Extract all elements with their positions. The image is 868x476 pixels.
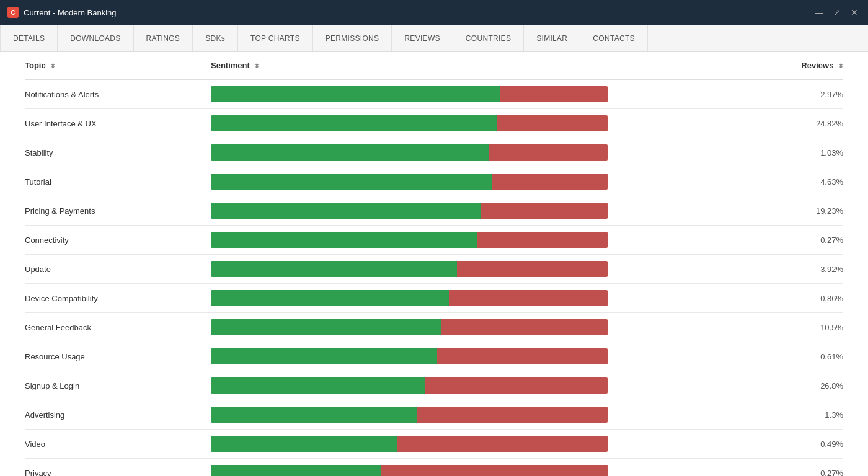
sentiment-cell [211, 459, 794, 477]
nav-item-reviews[interactable]: REVIEWS [392, 25, 453, 51]
topic-cell: User Interface & UX [25, 109, 211, 138]
close-button[interactable]: ✕ [848, 6, 861, 19]
table-row: Device Compatibility0.86% [25, 284, 843, 313]
nav-item-sdks[interactable]: SDKs [193, 25, 238, 51]
topic-sort-icon[interactable]: ⬍ [50, 63, 55, 69]
reviews-cell: 0.27% [794, 459, 843, 477]
negative-bar [417, 407, 608, 423]
sentiment-sort-icon[interactable]: ⬍ [254, 63, 259, 69]
col-header-topic[interactable]: Topic ⬍ [25, 52, 211, 79]
positive-bar [211, 232, 477, 248]
positive-bar [211, 436, 397, 452]
sentiment-cell [211, 313, 794, 342]
reviews-cell: 19.23% [794, 196, 843, 226]
positive-bar [211, 261, 457, 277]
col-header-reviews[interactable]: Reviews ⬍ [794, 52, 843, 79]
topic-cell: Tutorial [25, 167, 211, 196]
reviews-cell: 0.27% [794, 226, 843, 255]
topics-table: Topic ⬍ Sentiment ⬍ Reviews ⬍ Notificati… [25, 52, 843, 476]
sentiment-bar [211, 348, 608, 364]
topic-cell: Advertising [25, 400, 211, 430]
negative-bar [497, 115, 608, 131]
topic-cell: Pricing & Payments [25, 196, 211, 226]
negative-bar [457, 261, 608, 277]
topic-cell: Video [25, 430, 211, 459]
negative-bar [425, 377, 608, 394]
sentiment-cell [211, 255, 794, 284]
reviews-cell: 1.3% [794, 400, 843, 430]
nav-item-permissions[interactable]: PERMISSIONS [313, 25, 392, 51]
nav-item-countries[interactable]: COUNTRIES [453, 25, 524, 51]
sentiment-cell [211, 371, 794, 400]
nav-item-contacts[interactable]: CONTACTS [580, 25, 648, 51]
nav-item-top-charts[interactable]: TOP CHARTS [238, 25, 313, 51]
table-row: User Interface & UX24.82% [25, 109, 843, 138]
negative-bar [492, 174, 608, 190]
sentiment-bar [211, 174, 608, 190]
positive-bar [211, 348, 437, 364]
reviews-cell: 0.49% [794, 430, 843, 459]
table-row: General Feedback10.5% [25, 313, 843, 342]
negative-bar [449, 290, 608, 306]
sentiment-cell [211, 79, 794, 109]
reviews-cell: 10.5% [794, 313, 843, 342]
negative-bar [437, 348, 608, 364]
nav-item-similar[interactable]: SIMILAR [524, 25, 580, 51]
nav-item-details[interactable]: DETAILS [0, 25, 58, 51]
topic-cell: Resource Usage [25, 342, 211, 371]
sentiment-bar [211, 261, 608, 277]
nav-item-ratings[interactable]: RATINGS [134, 25, 193, 51]
sentiment-cell [211, 284, 794, 313]
table-row: Tutorial4.63% [25, 167, 843, 196]
sentiment-cell [211, 167, 794, 196]
sentiment-cell [211, 138, 794, 167]
sentiment-bar [211, 377, 608, 394]
sentiment-bar [211, 232, 608, 248]
reviews-cell: 0.61% [794, 342, 843, 371]
sentiment-bar [211, 436, 608, 452]
sentiment-cell [211, 430, 794, 459]
negative-bar [477, 232, 608, 248]
reviews-cell: 24.82% [794, 109, 843, 138]
table-row: Stability1.03% [25, 138, 843, 167]
reviews-cell: 3.92% [794, 255, 843, 284]
negative-bar [500, 86, 608, 102]
table-row: Advertising1.3% [25, 400, 843, 430]
reviews-cell: 4.63% [794, 167, 843, 196]
sentiment-bar [211, 319, 608, 335]
topic-cell: Privacy [25, 459, 211, 477]
reviews-cell: 1.03% [794, 138, 843, 167]
positive-bar [211, 144, 489, 161]
table-row: Pricing & Payments19.23% [25, 196, 843, 226]
positive-bar [211, 203, 480, 219]
table-row: Privacy0.27% [25, 459, 843, 477]
sentiment-cell [211, 109, 794, 138]
sentiment-bar [211, 465, 608, 476]
sentiment-bar [211, 86, 608, 102]
positive-bar [211, 86, 500, 102]
reviews-sort-icon[interactable]: ⬍ [838, 63, 843, 69]
sentiment-cell [211, 342, 794, 371]
window-title: Current - Modern Banking [24, 8, 117, 17]
negative-bar [489, 144, 608, 161]
positive-bar [211, 290, 449, 306]
topic-cell: Connectivity [25, 226, 211, 255]
sentiment-bar [211, 203, 608, 219]
sentiment-bar [211, 290, 608, 306]
minimize-button[interactable]: — [812, 6, 826, 19]
sentiment-cell [211, 400, 794, 430]
maximize-button[interactable]: ⤢ [831, 6, 843, 19]
nav-item-downloads[interactable]: DOWNLOADS [58, 25, 133, 51]
topic-cell: Signup & Login [25, 371, 211, 400]
col-header-sentiment[interactable]: Sentiment ⬍ [211, 52, 794, 79]
sentiment-cell [211, 226, 794, 255]
table-row: Video0.49% [25, 430, 843, 459]
positive-bar [211, 174, 492, 190]
topic-cell: Notifications & Alerts [25, 79, 211, 109]
positive-bar [211, 115, 497, 131]
positive-bar [211, 407, 417, 423]
reviews-cell: 0.86% [794, 284, 843, 313]
reviews-cell: 2.97% [794, 79, 843, 109]
main-content: Topic ⬍ Sentiment ⬍ Reviews ⬍ Notificati… [0, 52, 868, 476]
topic-cell: Device Compatibility [25, 284, 211, 313]
